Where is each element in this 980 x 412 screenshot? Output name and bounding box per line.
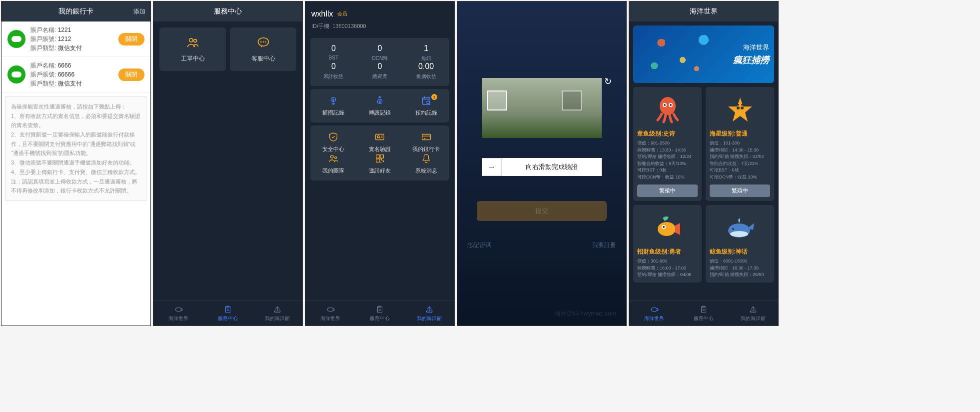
customer-service-card[interactable]: 客服中心 (230, 28, 296, 71)
nav-service[interactable]: 服務中心 (679, 301, 728, 326)
captcha-image (482, 78, 602, 138)
svg-rect-14 (422, 134, 430, 140)
watermark: 海外源码 hwymwz.com (555, 310, 616, 318)
fish-image (710, 209, 770, 246)
stat-referral: 0.00推薦收益 (403, 62, 449, 80)
svg-point-20 (327, 308, 333, 312)
fish-stats: 價值：6001-15000 捕撈時間：16:30 - 17:30 預約/即搶 捕… (710, 258, 770, 278)
header: 海洋世界 (629, 2, 778, 22)
action-grid-settings: 安全中心 實名驗證 我的銀行卡 我的團隊 邀請好友 系統消息 (310, 126, 449, 180)
close-button[interactable]: 關閉 (118, 33, 144, 46)
phone-bank-cards: 我的銀行卡 添加 賬戶名稱: 1221 賬戶賬號: 1212 賬戶類型: 微信支… (1, 1, 151, 326)
action-transfer-record[interactable]: 轉讓記錄 (357, 95, 403, 116)
fish-card-octopus[interactable]: 章鱼级别:史诗 價值：901-2500 捕撈時間：13:30 - 14:30 預… (633, 87, 702, 201)
fish-card-goldfish[interactable]: 招财鱼级别:勇者 價值：301-600 捕撈時間：16:00 - 17:00 預… (633, 205, 702, 282)
starfish-icon (725, 95, 755, 125)
stat-total: 0總資產 (357, 62, 403, 80)
clipboard-icon (223, 305, 233, 314)
member-tag: 会员 (337, 10, 347, 18)
fish-name: 海星 (710, 130, 722, 137)
svg-point-0 (189, 38, 193, 42)
boat-icon (424, 305, 434, 314)
forgot-password-link[interactable]: 忘記密碼 (467, 241, 491, 250)
fish-card-whale[interactable]: 鲸鱼级别:神话 價值：6001-15000 捕撈時間：16:30 - 17:30… (706, 205, 774, 282)
action-bank-card[interactable]: 我的銀行卡 (403, 132, 449, 153)
fish-image (710, 91, 770, 128)
close-button[interactable]: 關閉 (118, 68, 144, 81)
fish-stats: 價值：901-2500 捕撈時間：13:30 - 14:30 預約/即搶 捕撈魚… (637, 140, 698, 180)
fish-name: 鲸鱼 (710, 248, 722, 255)
bottom-nav: 海洋世界 服務中心 我的海洋館 (629, 300, 778, 326)
ticket-center-card[interactable]: 工單中心 (159, 28, 226, 71)
svg-point-25 (664, 104, 666, 106)
bottom-nav: 海洋世界 服務中心 我的海洋館 (305, 300, 454, 326)
bell-icon (421, 153, 432, 164)
wechat-icon (7, 30, 25, 48)
svg-rect-30 (741, 104, 744, 106)
svg-point-4 (263, 42, 263, 42)
qr-icon (374, 153, 385, 164)
stats-grid: 0BST 0OCN幣 1魚餌 0累計收益 0總資產 0.00推薦收益 (310, 38, 449, 86)
svg-rect-19 (376, 159, 379, 162)
goldfish-icon (653, 213, 683, 243)
nav-mytank[interactable]: 我的海洋館 (405, 301, 454, 326)
fish-icon (325, 305, 335, 314)
captcha-box: ↻ (482, 78, 602, 138)
nav-service[interactable]: 服務中心 (355, 301, 404, 326)
action-team[interactable]: 我的團隊 (310, 153, 357, 174)
svg-point-22 (660, 97, 676, 115)
action-invite[interactable]: 邀請好友 (357, 153, 403, 174)
chat-icon (256, 36, 270, 50)
boat-icon (748, 305, 758, 314)
content: 賬戶名稱: 1221 賬戶賬號: 1212 賬戶類型: 微信支付 關閉 賬戶名稱… (1, 22, 150, 326)
nav-service[interactable]: 服務中心 (203, 301, 252, 326)
username: wxhllx (311, 10, 333, 18)
phone-service-center: 服務中心 工單中心 客服中心 海洋世界 服務中心 我的海洋館 (153, 1, 303, 326)
breed-button[interactable]: 繁殖中 (637, 184, 698, 197)
svg-point-28 (741, 106, 744, 110)
submit-button[interactable]: 提交 (477, 201, 607, 221)
action-messages[interactable]: 系統消息 (403, 153, 449, 174)
action-security[interactable]: 安全中心 (310, 132, 357, 153)
fish-name: 招财鱼 (637, 248, 655, 255)
badge: 1 (431, 94, 437, 100)
nav-mytank[interactable]: 我的海洋館 (729, 301, 778, 326)
team-icon (328, 153, 339, 164)
fish-icon (173, 305, 183, 314)
banner-title: 瘋狂捕撈 (733, 54, 769, 66)
phone-login-captcha: ↻ → 向右滑動完成驗證 提交 忘記密碼 我要註冊 海外源码 hwymwz.co… (457, 1, 627, 326)
login-area: ↻ → 向右滑動完成驗證 提交 忘記密碼 我要註冊 海外源码 hwymwz.co… (457, 2, 626, 326)
banner[interactable]: 海洋世界 瘋狂捕撈 (633, 26, 774, 83)
nav-mytank[interactable]: 我的海洋館 (253, 301, 302, 326)
svg-point-33 (663, 226, 665, 228)
action-catch-record[interactable]: 捕撈記錄 (310, 95, 357, 116)
upload-yen-icon (374, 95, 385, 106)
fish-image (637, 91, 698, 128)
calendar-icon (421, 95, 432, 106)
nav-ocean[interactable]: 海洋世界 (153, 301, 203, 326)
profile-id: ID/手機: 13800138000 (305, 22, 454, 35)
refresh-icon[interactable]: ↻ (604, 76, 612, 87)
fish-image (637, 209, 698, 246)
header-title: 我的銀行卡 (58, 7, 93, 16)
breed-button[interactable]: 繁殖中 (710, 184, 770, 197)
svg-rect-29 (736, 104, 739, 106)
fish-name: 章鱼 (637, 130, 649, 137)
action-verify[interactable]: 實名驗證 (357, 132, 403, 153)
slider-track: → 向右滑動完成驗證 (482, 158, 602, 176)
bank-card-row: 賬戶名稱: 1221 賬戶賬號: 1212 賬戶類型: 微信支付 關閉 (1, 22, 150, 57)
clipboard-icon (699, 305, 709, 314)
card-info: 賬戶名稱: 1221 賬戶賬號: 1212 賬戶類型: 微信支付 (30, 26, 113, 52)
puzzle-piece-icon[interactable] (487, 90, 507, 110)
slider-handle[interactable]: → (482, 158, 502, 176)
svg-rect-18 (380, 155, 383, 158)
login-links: 忘記密碼 我要註冊 (467, 241, 616, 250)
nav-ocean[interactable]: 海洋世界 (629, 301, 679, 326)
fish-card-starfish[interactable]: 海星级别:普通 價值：101-300 捕撈時間：14:30 - 15:30 預約… (706, 87, 774, 201)
nav-ocean[interactable]: 海洋世界 (305, 301, 355, 326)
register-link[interactable]: 我要註冊 (592, 241, 616, 250)
action-reserve-record[interactable]: 1預約記錄 (403, 95, 449, 116)
add-link[interactable]: 添加 (133, 8, 145, 16)
stat-cumulative: 0累計收益 (310, 62, 357, 80)
svg-point-31 (658, 222, 676, 236)
